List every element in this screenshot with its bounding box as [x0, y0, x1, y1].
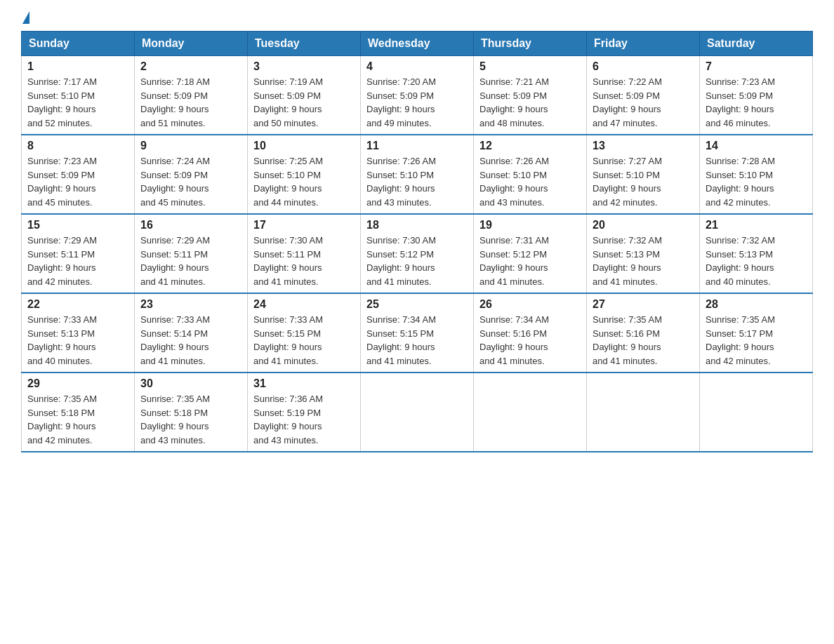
calendar-cell: 17 Sunrise: 7:30 AM Sunset: 5:11 PM Dayl… — [248, 214, 361, 293]
day-number: 12 — [479, 140, 581, 152]
calendar-cell: 21 Sunrise: 7:32 AM Sunset: 5:13 PM Dayl… — [700, 214, 813, 293]
day-number: 25 — [366, 298, 468, 311]
calendar-cell: 22 Sunrise: 7:33 AM Sunset: 5:13 PM Dayl… — [22, 293, 135, 373]
day-number: 17 — [253, 219, 355, 232]
calendar-week-row: 22 Sunrise: 7:33 AM Sunset: 5:13 PM Dayl… — [22, 293, 813, 373]
calendar-cell: 27 Sunrise: 7:35 AM Sunset: 5:16 PM Dayl… — [587, 293, 700, 373]
calendar-cell — [587, 373, 700, 452]
calendar-cell: 10 Sunrise: 7:25 AM Sunset: 5:10 PM Dayl… — [248, 135, 361, 214]
calendar-header-saturday: Saturday — [700, 32, 813, 56]
calendar-cell: 31 Sunrise: 7:36 AM Sunset: 5:19 PM Dayl… — [248, 373, 361, 452]
day-number: 15 — [27, 219, 128, 232]
calendar-cell — [700, 373, 813, 452]
calendar-header-sunday: Sunday — [22, 32, 135, 56]
day-info: Sunrise: 7:36 AM Sunset: 5:19 PM Dayligh… — [253, 392, 355, 447]
day-info: Sunrise: 7:18 AM Sunset: 5:09 PM Dayligh… — [140, 75, 241, 130]
calendar-cell — [474, 373, 587, 452]
day-number: 29 — [27, 377, 128, 390]
calendar-cell: 6 Sunrise: 7:22 AM Sunset: 5:09 PM Dayli… — [587, 56, 700, 135]
day-number: 9 — [140, 140, 241, 152]
day-number: 8 — [27, 140, 128, 152]
day-info: Sunrise: 7:22 AM Sunset: 5:09 PM Dayligh… — [593, 75, 694, 130]
day-number: 19 — [479, 219, 581, 232]
day-info: Sunrise: 7:26 AM Sunset: 5:10 PM Dayligh… — [366, 154, 468, 209]
calendar-cell: 2 Sunrise: 7:18 AM Sunset: 5:09 PM Dayli… — [135, 56, 248, 135]
day-number: 1 — [27, 60, 128, 73]
day-info: Sunrise: 7:28 AM Sunset: 5:10 PM Dayligh… — [706, 154, 807, 209]
day-number: 2 — [140, 60, 241, 73]
calendar-cell: 30 Sunrise: 7:35 AM Sunset: 5:18 PM Dayl… — [135, 373, 248, 452]
day-info: Sunrise: 7:30 AM Sunset: 5:11 PM Dayligh… — [253, 234, 355, 288]
day-number: 5 — [479, 60, 581, 73]
calendar-header-row: SundayMondayTuesdayWednesdayThursdayFrid… — [22, 32, 813, 56]
calendar-cell: 19 Sunrise: 7:31 AM Sunset: 5:12 PM Dayl… — [474, 214, 587, 293]
day-info: Sunrise: 7:35 AM Sunset: 5:16 PM Dayligh… — [593, 313, 694, 368]
day-info: Sunrise: 7:29 AM Sunset: 5:11 PM Dayligh… — [27, 234, 128, 288]
day-info: Sunrise: 7:25 AM Sunset: 5:10 PM Dayligh… — [253, 154, 355, 209]
calendar-header-friday: Friday — [587, 32, 700, 56]
calendar-cell: 26 Sunrise: 7:34 AM Sunset: 5:16 PM Dayl… — [474, 293, 587, 373]
day-number: 31 — [253, 377, 355, 390]
day-info: Sunrise: 7:23 AM Sunset: 5:09 PM Dayligh… — [27, 154, 128, 209]
day-info: Sunrise: 7:32 AM Sunset: 5:13 PM Dayligh… — [706, 234, 807, 288]
calendar-cell — [361, 373, 474, 452]
calendar-cell: 7 Sunrise: 7:23 AM Sunset: 5:09 PM Dayli… — [700, 56, 813, 135]
calendar-cell: 3 Sunrise: 7:19 AM Sunset: 5:09 PM Dayli… — [248, 56, 361, 135]
day-info: Sunrise: 7:24 AM Sunset: 5:09 PM Dayligh… — [140, 154, 241, 209]
day-number: 30 — [140, 377, 241, 390]
calendar-cell: 4 Sunrise: 7:20 AM Sunset: 5:09 PM Dayli… — [361, 56, 474, 135]
calendar-cell: 5 Sunrise: 7:21 AM Sunset: 5:09 PM Dayli… — [474, 56, 587, 135]
day-info: Sunrise: 7:29 AM Sunset: 5:11 PM Dayligh… — [140, 234, 241, 288]
day-info: Sunrise: 7:33 AM Sunset: 5:15 PM Dayligh… — [253, 313, 355, 368]
calendar-cell: 25 Sunrise: 7:34 AM Sunset: 5:15 PM Dayl… — [361, 293, 474, 373]
day-info: Sunrise: 7:33 AM Sunset: 5:14 PM Dayligh… — [140, 313, 241, 368]
day-info: Sunrise: 7:31 AM Sunset: 5:12 PM Dayligh… — [479, 234, 581, 288]
calendar-cell: 20 Sunrise: 7:32 AM Sunset: 5:13 PM Dayl… — [587, 214, 700, 293]
day-number: 18 — [366, 219, 468, 232]
calendar-cell: 13 Sunrise: 7:27 AM Sunset: 5:10 PM Dayl… — [587, 135, 700, 214]
day-info: Sunrise: 7:19 AM Sunset: 5:09 PM Dayligh… — [253, 75, 355, 130]
calendar-cell: 8 Sunrise: 7:23 AM Sunset: 5:09 PM Dayli… — [22, 135, 135, 214]
day-info: Sunrise: 7:35 AM Sunset: 5:18 PM Dayligh… — [27, 392, 128, 447]
day-info: Sunrise: 7:35 AM Sunset: 5:18 PM Dayligh… — [140, 392, 241, 447]
day-number: 16 — [140, 219, 241, 232]
calendar-cell: 12 Sunrise: 7:26 AM Sunset: 5:10 PM Dayl… — [474, 135, 587, 214]
day-number: 11 — [366, 140, 468, 152]
calendar-cell: 1 Sunrise: 7:17 AM Sunset: 5:10 PM Dayli… — [22, 56, 135, 135]
day-info: Sunrise: 7:21 AM Sunset: 5:09 PM Dayligh… — [479, 75, 581, 130]
calendar-cell: 14 Sunrise: 7:28 AM Sunset: 5:10 PM Dayl… — [700, 135, 813, 214]
page-header — [21, 14, 813, 24]
calendar-week-row: 8 Sunrise: 7:23 AM Sunset: 5:09 PM Dayli… — [22, 135, 813, 214]
day-info: Sunrise: 7:34 AM Sunset: 5:15 PM Dayligh… — [366, 313, 468, 368]
day-info: Sunrise: 7:27 AM Sunset: 5:10 PM Dayligh… — [593, 154, 694, 209]
day-info: Sunrise: 7:23 AM Sunset: 5:09 PM Dayligh… — [706, 75, 807, 130]
calendar-header-thursday: Thursday — [474, 32, 587, 56]
calendar-week-row: 1 Sunrise: 7:17 AM Sunset: 5:10 PM Dayli… — [22, 56, 813, 135]
day-number: 7 — [706, 60, 807, 73]
calendar-table: SundayMondayTuesdayWednesdayThursdayFrid… — [21, 31, 813, 452]
calendar-week-row: 29 Sunrise: 7:35 AM Sunset: 5:18 PM Dayl… — [22, 373, 813, 452]
day-number: 10 — [253, 140, 355, 152]
calendar-week-row: 15 Sunrise: 7:29 AM Sunset: 5:11 PM Dayl… — [22, 214, 813, 293]
calendar-cell: 11 Sunrise: 7:26 AM Sunset: 5:10 PM Dayl… — [361, 135, 474, 214]
calendar-cell: 24 Sunrise: 7:33 AM Sunset: 5:15 PM Dayl… — [248, 293, 361, 373]
day-number: 14 — [706, 140, 807, 152]
day-number: 27 — [593, 298, 694, 311]
day-number: 13 — [593, 140, 694, 152]
calendar-cell: 15 Sunrise: 7:29 AM Sunset: 5:11 PM Dayl… — [22, 214, 135, 293]
day-info: Sunrise: 7:17 AM Sunset: 5:10 PM Dayligh… — [27, 75, 128, 130]
day-number: 28 — [706, 298, 807, 311]
calendar-cell: 28 Sunrise: 7:35 AM Sunset: 5:17 PM Dayl… — [700, 293, 813, 373]
logo — [21, 14, 29, 24]
day-info: Sunrise: 7:30 AM Sunset: 5:12 PM Dayligh… — [366, 234, 468, 288]
day-number: 26 — [479, 298, 581, 311]
day-info: Sunrise: 7:20 AM Sunset: 5:09 PM Dayligh… — [366, 75, 468, 130]
day-info: Sunrise: 7:33 AM Sunset: 5:13 PM Dayligh… — [27, 313, 128, 368]
day-number: 21 — [706, 219, 807, 232]
calendar-cell: 18 Sunrise: 7:30 AM Sunset: 5:12 PM Dayl… — [361, 214, 474, 293]
calendar-cell: 23 Sunrise: 7:33 AM Sunset: 5:14 PM Dayl… — [135, 293, 248, 373]
calendar-header-tuesday: Tuesday — [248, 32, 361, 56]
day-number: 22 — [27, 298, 128, 311]
day-number: 3 — [253, 60, 355, 73]
calendar-cell: 29 Sunrise: 7:35 AM Sunset: 5:18 PM Dayl… — [22, 373, 135, 452]
